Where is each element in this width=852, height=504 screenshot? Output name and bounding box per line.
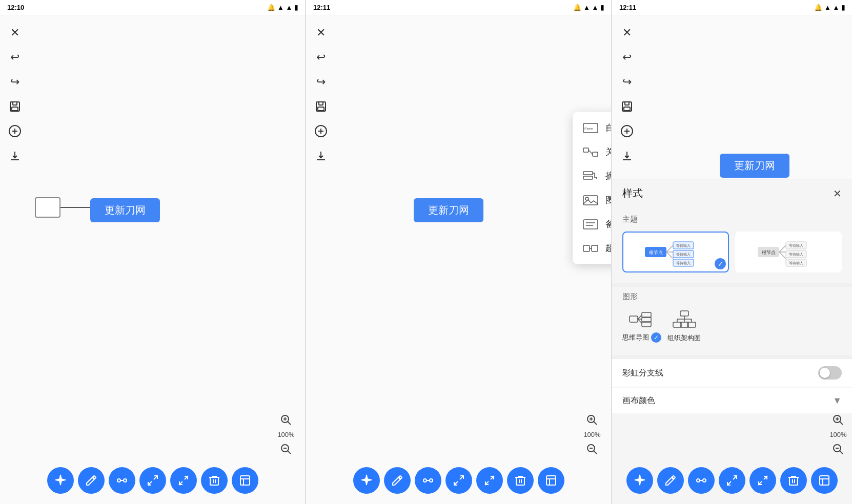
bottom-btn-magic-2[interactable] xyxy=(353,467,380,494)
bottom-btn-style-3[interactable] xyxy=(811,467,838,494)
svg-point-125 xyxy=(697,479,700,482)
dropdown-item-note[interactable]: 备注 xyxy=(573,212,612,236)
save-button-1[interactable] xyxy=(5,97,25,116)
zoom-in-3[interactable] xyxy=(829,411,847,429)
note-icon xyxy=(583,219,598,230)
svg-line-82 xyxy=(666,245,673,252)
svg-line-119 xyxy=(840,422,843,425)
bottom-btn-connect-1[interactable] xyxy=(109,467,135,494)
root-node-3[interactable]: 更新刀网 xyxy=(720,154,789,178)
zoom-out-1[interactable] xyxy=(277,440,295,458)
bottom-toolbar-2 xyxy=(306,467,611,494)
download-button-2[interactable] xyxy=(311,146,331,165)
dropdown-item-link[interactable]: 关联线 xyxy=(573,140,612,164)
svg-text:等待输入: 等待输入 xyxy=(676,253,691,257)
shape-label: 图形 xyxy=(612,287,852,305)
svg-line-63 xyxy=(454,481,458,485)
bottom-btn-expand-2[interactable] xyxy=(445,467,472,494)
zoom-in-1[interactable] xyxy=(277,411,295,429)
toggle-thumb xyxy=(820,368,830,378)
dropdown-item-summary[interactable]: 摘要 xyxy=(573,164,612,188)
bottom-btn-connect-2[interactable] xyxy=(415,467,441,494)
theme-card-inner-2: 根节点 等待输入 等待输入 等待输入 xyxy=(736,233,841,271)
bottom-btn-delete-1[interactable] xyxy=(201,467,228,494)
bottom-btn-edit-3[interactable] xyxy=(657,467,684,494)
wifi-icon-2: ▲ xyxy=(592,4,599,11)
zoom-out-2[interactable] xyxy=(583,440,601,458)
dropdown-label-summary: 摘要 xyxy=(605,170,612,182)
canvas-1[interactable]: 更新刀网 xyxy=(0,15,305,504)
undo-button-3[interactable]: ↩ xyxy=(617,48,637,67)
theme-card-2[interactable]: 根节点 等待输入 等待输入 等待输入 xyxy=(735,232,842,272)
add-button-1[interactable] xyxy=(5,121,25,141)
undo-button-1[interactable]: ↩ xyxy=(5,48,25,67)
bottom-btn-magic-1[interactable] xyxy=(47,467,74,494)
dropdown-item-hyperlink[interactable]: 超链接 xyxy=(573,236,612,260)
dropdown-item-free[interactable]: Free 自由节点 xyxy=(573,116,612,140)
bottom-btn-style-2[interactable] xyxy=(538,467,564,494)
zoom-level-1: 100% xyxy=(277,430,294,439)
zoom-out-3[interactable] xyxy=(829,440,847,458)
bottom-btn-connect-3[interactable] xyxy=(688,467,715,494)
status-bar-3: 12:11 🔔 ▲ ▲ ▮ xyxy=(612,0,852,15)
canvas-color-chevron[interactable]: ▼ xyxy=(833,395,842,406)
bottom-btn-edit-1[interactable] xyxy=(78,467,105,494)
bottom-btn-delete-2[interactable] xyxy=(507,467,534,494)
close-button-2[interactable]: ✕ xyxy=(311,23,331,43)
bottom-btn-expand-1[interactable] xyxy=(139,467,166,494)
svg-point-15 xyxy=(117,479,120,482)
bottom-btn-delete-3[interactable] xyxy=(780,467,807,494)
style-panel-header: 样式 ✕ xyxy=(612,179,852,207)
svg-rect-66 xyxy=(516,477,524,485)
dropdown-item-image[interactable]: 图片 xyxy=(573,188,612,212)
theme-card-1[interactable]: 根节点 等待输入 等待输入 等待输入 xyxy=(622,232,729,272)
section-gap-1 xyxy=(612,283,852,287)
shape-orgchart[interactable]: 组织架构图 xyxy=(667,310,701,343)
bottom-btn-style-1[interactable] xyxy=(232,467,258,494)
redo-button-2[interactable]: ↪ xyxy=(311,72,331,92)
redo-button-1[interactable]: ↪ xyxy=(5,72,25,92)
canvas-2[interactable]: 更新刀网 Free 自由节点 xyxy=(306,15,611,504)
svg-line-103 xyxy=(638,315,642,319)
signal-icon-2: ▲ xyxy=(583,4,590,11)
canvas-3[interactable]: 更新刀网 xyxy=(612,15,852,179)
root-node-1[interactable]: 更新刀网 xyxy=(90,198,160,222)
undo-button-2[interactable]: ↩ xyxy=(311,48,331,67)
svg-line-123 xyxy=(840,451,843,454)
redo-button-3[interactable]: ↪ xyxy=(617,72,637,92)
zoom-in-2[interactable] xyxy=(583,411,601,429)
save-button-3[interactable] xyxy=(617,97,637,116)
svg-line-93 xyxy=(779,245,786,252)
bottom-btn-edit-2[interactable] xyxy=(384,467,411,494)
close-button-1[interactable]: ✕ xyxy=(5,23,25,43)
bottom-btn-collapse-3[interactable] xyxy=(749,467,776,494)
style-panel-close[interactable]: ✕ xyxy=(833,187,842,200)
svg-rect-132 xyxy=(789,477,798,485)
svg-line-19 xyxy=(148,481,152,485)
close-button-3[interactable]: ✕ xyxy=(617,23,637,43)
add-button-2[interactable] xyxy=(311,121,331,141)
theme-row: 根节点 等待输入 等待输入 等待输入 xyxy=(612,227,852,281)
svg-rect-25 xyxy=(240,476,250,485)
rainbow-toggle[interactable] xyxy=(818,366,842,380)
notification-icon-2: 🔔 xyxy=(573,4,581,11)
bottom-btn-collapse-2[interactable] xyxy=(476,467,503,494)
svg-rect-38 xyxy=(583,148,589,152)
free-node-icon: Free xyxy=(583,123,598,133)
download-button-1[interactable] xyxy=(5,146,25,165)
bottom-btn-expand-3[interactable] xyxy=(719,467,745,494)
add-button-3[interactable] xyxy=(617,121,637,141)
download-button-3[interactable] xyxy=(617,146,637,165)
bottom-btn-magic-3[interactable] xyxy=(626,467,653,494)
status-icons-1: 🔔 ▲ ▲ ▮ xyxy=(267,4,298,11)
shape-mindmap[interactable]: 思维导图 ✓ xyxy=(622,309,661,343)
orgchart-shape-icon xyxy=(671,310,698,330)
notification-icon: 🔔 xyxy=(267,4,275,11)
time-3: 12:11 xyxy=(619,4,636,11)
empty-node-1[interactable] xyxy=(35,197,60,218)
bottom-btn-collapse-1[interactable] xyxy=(170,467,197,494)
save-button-2[interactable] xyxy=(311,97,331,116)
time-1: 12:10 xyxy=(7,4,24,11)
svg-rect-41 xyxy=(583,172,593,175)
root-node-2[interactable]: 更新刀网 xyxy=(414,198,483,222)
